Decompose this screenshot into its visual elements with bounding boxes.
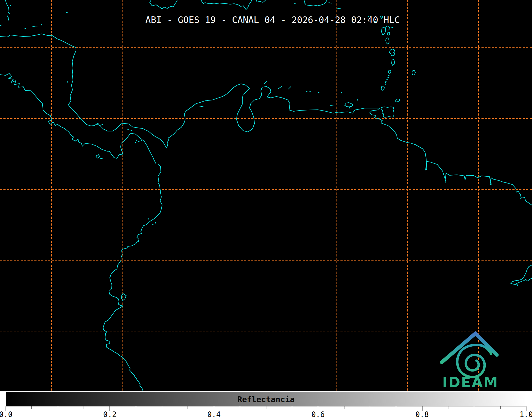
small-islands-layer bbox=[10, 3, 390, 225]
coastline-path bbox=[381, 27, 385, 34]
island-dot bbox=[148, 218, 149, 220]
colorbar-minor-tick bbox=[370, 406, 370, 409]
map-canvas: IDEAM bbox=[0, 0, 532, 391]
island-dot bbox=[341, 92, 342, 94]
coastline-path bbox=[331, 105, 334, 106]
island-dot bbox=[385, 84, 386, 85]
colorbar-minor-tick bbox=[58, 406, 58, 409]
island-dot bbox=[155, 222, 156, 224]
island-dot bbox=[388, 77, 389, 78]
coastline-path bbox=[388, 70, 391, 74]
colorbar-minor-tick bbox=[448, 406, 448, 409]
coastline-path bbox=[32, 26, 38, 27]
coastline-path bbox=[329, 3, 331, 3]
colorbar-minor-tick bbox=[84, 406, 84, 409]
colorbar-tick-label: 0.2 bbox=[103, 410, 117, 417]
island-dot bbox=[128, 129, 129, 130]
colorbar-minor-tick bbox=[240, 406, 240, 409]
coastline-path bbox=[337, 8, 340, 9]
coastline-path bbox=[387, 33, 390, 35]
colorbar-minor-tick bbox=[162, 406, 162, 409]
coastline-path bbox=[121, 294, 126, 301]
colorbar-tick-label: 1.0 bbox=[520, 410, 532, 417]
island-dot bbox=[357, 99, 358, 101]
island-dot bbox=[152, 224, 154, 225]
island-dot bbox=[383, 34, 384, 35]
island-dot bbox=[135, 142, 136, 144]
coastline-path bbox=[7, 16, 9, 21]
coastline-path bbox=[0, 74, 162, 391]
coastline-path bbox=[381, 86, 384, 90]
island-dot bbox=[385, 82, 386, 84]
island-dot bbox=[310, 91, 311, 93]
coastline-path bbox=[381, 107, 394, 117]
island-dot bbox=[388, 75, 390, 76]
coastline-path bbox=[0, 34, 532, 205]
colorbar-minor-tick bbox=[474, 406, 474, 409]
island-dot bbox=[72, 70, 73, 72]
island-dot bbox=[318, 92, 320, 93]
coastline-path bbox=[386, 38, 389, 44]
colorbar-minor-tick bbox=[136, 406, 136, 409]
coastline-path bbox=[201, 0, 252, 10]
coastline-layer bbox=[0, 0, 532, 391]
island-dot bbox=[294, 3, 296, 4]
island-dot bbox=[306, 91, 308, 92]
coastline-path bbox=[66, 12, 68, 13]
ideam-swirl-icon bbox=[457, 345, 484, 377]
coastline-path bbox=[101, 158, 103, 159]
satellite-product-page: IDEAM ABI - GOES 19 - CANAL 04 - 2026-04… bbox=[0, 0, 532, 417]
coastline-path bbox=[96, 155, 100, 158]
colorbar-minor-tick bbox=[292, 406, 292, 409]
colorbar-minor-tick bbox=[396, 406, 396, 409]
coastline-path bbox=[345, 103, 353, 107]
coastline-path bbox=[412, 70, 415, 75]
coastline-path bbox=[198, 106, 203, 107]
graticule-grid bbox=[0, 0, 532, 391]
colorbar-minor-tick bbox=[31, 406, 32, 409]
colorbar-axis: 0.00.20.40.60.81.0 bbox=[6, 406, 526, 417]
island-dot bbox=[10, 5, 11, 6]
coastline-path bbox=[5, 0, 10, 14]
island-dot bbox=[349, 107, 351, 109]
colorbar-minor-tick bbox=[188, 406, 188, 409]
coastline-path bbox=[304, 0, 327, 6]
island-dot bbox=[138, 141, 140, 142]
coastline-path bbox=[391, 27, 393, 28]
coastline-path bbox=[100, 125, 103, 125]
product-title: ABI - GOES 19 - CANAL 04 - 2026-04-28 02… bbox=[145, 15, 400, 25]
coastline-path bbox=[0, 25, 2, 26]
coastline-path bbox=[150, 0, 177, 9]
colorbar-minor-tick bbox=[266, 406, 266, 409]
island-dot bbox=[131, 130, 132, 131]
colorbar-minor-tick bbox=[344, 406, 344, 409]
colorbar-tick-label: 0.4 bbox=[207, 410, 221, 417]
coastline-path bbox=[511, 265, 532, 286]
colorbar-tick-label: 0.0 bbox=[0, 410, 12, 417]
ideam-logo-text: IDEAM bbox=[442, 374, 498, 391]
coastline-path bbox=[385, 26, 390, 30]
coastline-path bbox=[395, 99, 400, 102]
island-dot bbox=[136, 140, 137, 141]
island-dot bbox=[387, 79, 388, 80]
coastline-path bbox=[392, 59, 395, 65]
island-dot bbox=[385, 81, 387, 82]
reflectance-colorbar: Reflectancia bbox=[6, 392, 526, 406]
coastline-path bbox=[278, 86, 282, 89]
island-dot bbox=[141, 140, 142, 141]
island-dot bbox=[25, 28, 26, 29]
colorbar-strip: Reflectancia 0.00.20.40.60.81.0 bbox=[0, 391, 532, 417]
island-dot bbox=[67, 81, 69, 83]
island-dot bbox=[41, 24, 43, 26]
colorbar-tick-label: 0.8 bbox=[415, 410, 429, 417]
colorbar-tick-label: 0.6 bbox=[311, 410, 325, 417]
coastline-path bbox=[389, 49, 395, 56]
colorbar-label: Reflectancia bbox=[6, 395, 526, 404]
satellite-map-area: IDEAM ABI - GOES 19 - CANAL 04 - 2026-04… bbox=[0, 0, 532, 391]
coastline-path bbox=[256, 0, 266, 2]
coastline-path bbox=[288, 87, 291, 89]
colorbar-minor-tick bbox=[500, 406, 501, 409]
ideam-logo: IDEAM bbox=[442, 333, 498, 391]
